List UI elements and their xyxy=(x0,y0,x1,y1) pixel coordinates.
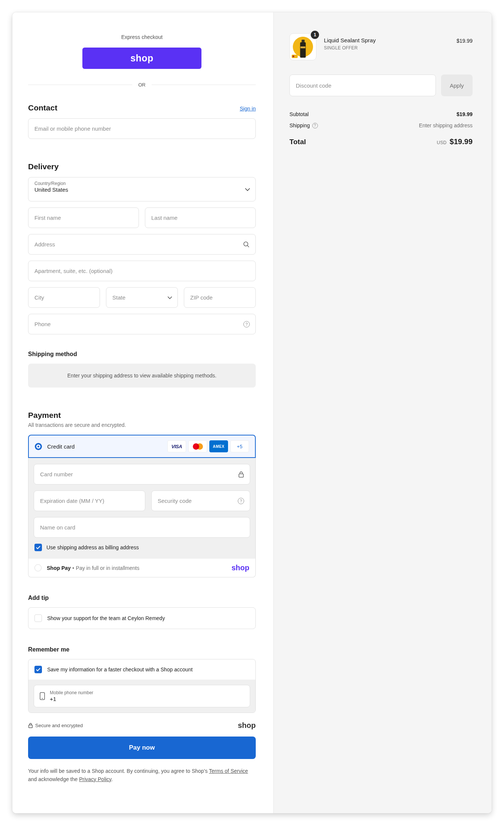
email-input[interactable] xyxy=(28,118,256,139)
total-row: Total USD $19.99 xyxy=(289,137,473,146)
secure-note: Secure and encrypted xyxy=(35,723,83,728)
last-name-input[interactable] xyxy=(145,207,256,228)
save-info-label: Save my information for a faster checkou… xyxy=(47,667,192,672)
billing-address-checkbox-row[interactable]: Use shipping address as billing address xyxy=(34,538,250,553)
sign-in-link[interactable]: Sign in xyxy=(240,106,256,112)
checkout-form-column: Express checkout shop OR Contact Sign in… xyxy=(12,12,273,813)
country-label: Country/Region xyxy=(34,181,240,186)
mobile-phone-field[interactable]: Mobile phone number +1 xyxy=(34,685,250,707)
shop-pay-radio[interactable] xyxy=(34,564,42,571)
phone-help-icon[interactable]: ? xyxy=(243,321,250,327)
legal-before: Your info will be saved to a Shop accoun… xyxy=(28,768,209,774)
payment-section: Payment All transactions are secure and … xyxy=(28,411,256,577)
product-price: $19.99 xyxy=(456,33,473,44)
quantity-badge: 1 xyxy=(310,30,320,40)
product-image xyxy=(293,37,313,57)
payment-subheading: All transactions are secure and encrypte… xyxy=(28,422,256,428)
product-row: 1 Liquid Sealant Spray SINGLE OFFER $19.… xyxy=(289,33,473,60)
address-input[interactable] xyxy=(28,234,256,255)
product-name: Liquid Sealant Spray xyxy=(324,37,449,43)
card-brand-badges: VISA AMEX +5 xyxy=(167,440,249,452)
tip-checkbox[interactable] xyxy=(34,614,42,622)
apartment-input[interactable] xyxy=(28,261,256,281)
subtotal-value: $19.99 xyxy=(456,111,473,117)
or-divider: OR xyxy=(28,82,256,88)
payment-methods-widget: Credit card VISA AMEX +5 xyxy=(28,435,256,577)
currency-code: USD xyxy=(437,140,447,145)
zip-input[interactable] xyxy=(184,287,256,308)
subtotal-row: Subtotal $19.99 xyxy=(289,111,473,117)
billing-address-label: Use shipping address as billing address xyxy=(46,544,139,550)
remember-me-box: Save my information for a faster checkou… xyxy=(28,659,256,713)
shop-pay-option[interactable]: Shop Pay • Pay in full or in installment… xyxy=(28,559,256,577)
tip-checkbox-row[interactable]: Show your support for the team at Ceylon… xyxy=(28,607,256,629)
remember-me-heading: Remember me xyxy=(28,646,256,653)
shipping-method-heading: Shipping method xyxy=(28,351,256,358)
product-thumbnail: 1 xyxy=(289,33,316,60)
mobile-phone-area: Mobile phone number +1 xyxy=(28,680,255,713)
terms-of-service-link[interactable]: Terms of Service xyxy=(209,768,248,774)
remember-me-section: Remember me Save my information for a fa… xyxy=(28,646,256,783)
credit-card-radio[interactable] xyxy=(35,443,42,450)
delivery-heading: Delivery xyxy=(28,162,256,171)
checkout-card: Express checkout shop OR Contact Sign in… xyxy=(12,12,492,813)
search-icon xyxy=(243,241,250,248)
state-placeholder: State xyxy=(112,294,125,301)
visa-icon: VISA xyxy=(167,440,186,452)
city-input[interactable] xyxy=(28,287,100,308)
country-select[interactable]: Country/Region United States xyxy=(28,177,256,201)
divider-line xyxy=(152,85,256,85)
order-summary-column: 1 Liquid Sealant Spray SINGLE OFFER $19.… xyxy=(273,12,492,813)
tip-label: Show your support for the team at Ceylon… xyxy=(47,615,165,621)
save-info-checkbox[interactable] xyxy=(34,666,42,673)
express-checkout-label: Express checkout xyxy=(28,34,256,40)
totals-block: Subtotal $19.99 Shipping ? Enter shippin… xyxy=(289,111,473,146)
secure-row: Secure and encrypted shop xyxy=(28,721,256,730)
shipping-row: Shipping ? Enter shipping address xyxy=(289,122,473,128)
shipping-method-notice: Enter your shipping address to view avai… xyxy=(28,364,256,388)
total-label: Total xyxy=(289,138,306,146)
mobile-phone-label: Mobile phone number xyxy=(50,690,93,695)
lock-icon xyxy=(28,723,33,728)
billing-address-checkbox[interactable] xyxy=(34,544,42,551)
shipping-label: Shipping xyxy=(289,122,310,128)
subtotal-label: Subtotal xyxy=(289,111,309,117)
or-label: OR xyxy=(138,82,146,88)
shop-logo-dark: shop xyxy=(238,721,256,730)
apply-discount-button[interactable]: Apply xyxy=(441,75,473,96)
security-code-input[interactable] xyxy=(151,491,250,511)
mobile-phone-value: +1 xyxy=(50,696,93,702)
credit-card-option[interactable]: Credit card VISA AMEX +5 xyxy=(28,435,256,458)
state-select[interactable]: State xyxy=(106,287,178,308)
lock-icon xyxy=(238,471,244,478)
name-on-card-input[interactable] xyxy=(34,517,250,538)
mastercard-icon xyxy=(188,440,207,452)
credit-card-form: ? Use shipping address as billing addres… xyxy=(28,458,256,559)
legal-text: Your info will be saved to a Shop accoun… xyxy=(28,767,256,783)
discount-code-input[interactable] xyxy=(289,75,436,96)
divider-line xyxy=(28,85,132,85)
save-info-checkbox-row[interactable]: Save my information for a faster checkou… xyxy=(28,659,255,680)
contact-heading: Contact xyxy=(28,103,57,112)
chevron-down-icon xyxy=(167,296,172,299)
legal-middle: and acknowledge the xyxy=(28,776,79,782)
legal-after: . xyxy=(111,776,113,782)
expiration-input[interactable] xyxy=(34,491,145,511)
payment-heading: Payment xyxy=(28,411,256,420)
credit-card-label: Credit card xyxy=(47,443,162,450)
total-value: $19.99 xyxy=(450,137,473,146)
security-code-help-icon[interactable]: ? xyxy=(238,498,244,504)
shop-pay-express-button[interactable]: shop xyxy=(82,48,201,69)
shop-pay-separator: • xyxy=(72,565,74,571)
card-number-input[interactable] xyxy=(34,464,250,485)
shop-pay-description: Pay in full or in installments xyxy=(76,565,140,571)
pay-now-button[interactable]: Pay now xyxy=(28,737,256,759)
mobile-phone-icon xyxy=(39,692,45,700)
shop-pay-label: Shop Pay xyxy=(47,565,71,571)
product-variant: SINGLE OFFER xyxy=(324,45,449,51)
phone-input[interactable] xyxy=(28,314,256,334)
shipping-help-icon[interactable]: ? xyxy=(312,123,318,128)
privacy-policy-link[interactable]: Privacy Policy xyxy=(79,776,111,782)
checkmark-icon xyxy=(36,668,40,671)
first-name-input[interactable] xyxy=(28,207,139,228)
